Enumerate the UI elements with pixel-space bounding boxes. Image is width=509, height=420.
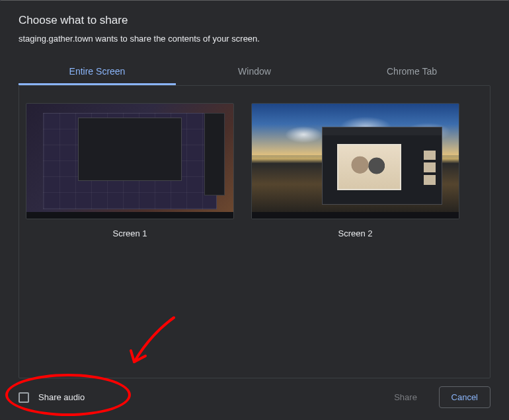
- checkbox-icon: [19, 392, 29, 403]
- screen-2-preview: [251, 103, 459, 219]
- tab-chrome-tab[interactable]: Chrome Tab: [333, 62, 490, 85]
- screen-thumbnails: Screen 1 Screen 2: [26, 103, 483, 238]
- screen-1-label: Screen 1: [26, 228, 234, 238]
- share-audio-checkbox[interactable]: Share audio: [19, 392, 85, 403]
- dialog-header: Choose what to share staging.gather.town…: [0, 1, 509, 49]
- screen-option-2[interactable]: Screen 2: [251, 103, 459, 238]
- tab-window[interactable]: Window: [176, 62, 333, 85]
- screen-2-label: Screen 2: [251, 228, 459, 238]
- dialog-footer: Share audio Share Cancel: [0, 378, 509, 420]
- dialog-subtitle: staging.gather.town wants to share the c…: [19, 34, 490, 44]
- share-button: Share: [382, 387, 430, 407]
- share-content-frame: Screen 1 Screen 2: [19, 85, 490, 378]
- screen-1-preview: [26, 103, 234, 219]
- share-audio-label: Share audio: [38, 392, 85, 402]
- screen-option-1[interactable]: Screen 1: [26, 103, 234, 238]
- share-tabs: Entire Screen Window Chrome Tab: [19, 62, 490, 85]
- tab-entire-screen[interactable]: Entire Screen: [19, 62, 176, 85]
- cancel-button[interactable]: Cancel: [439, 386, 490, 408]
- screen-share-dialog: Choose what to share staging.gather.town…: [0, 0, 509, 420]
- dialog-title: Choose what to share: [19, 14, 490, 27]
